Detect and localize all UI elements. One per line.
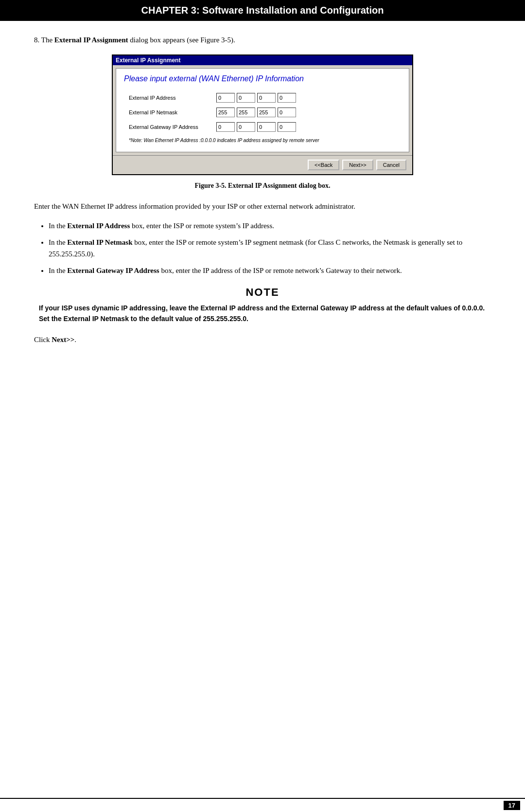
external-ip-address-row: External IP Address [129,93,396,103]
back-button[interactable]: <<Back [308,160,339,170]
dialog-titlebar: External IP Assignment [113,55,412,65]
note-section: NOTE If your ISP uses dynamic IP address… [34,286,491,325]
click-next-paragraph: Click Next>>. [34,334,491,345]
chapter-header: CHAPTER 3: Software Installation and Con… [0,0,525,21]
external-ip-octet3[interactable] [257,93,276,103]
gateway-octet4[interactable] [278,122,296,132]
dialog-fields: External IP Address External IP Netmask [124,93,401,143]
external-gateway-ip-row: External Gateway IP Address [129,122,396,132]
dialog-subtitle: Please input external (WAN Ethernet) IP … [124,74,401,83]
note-body: If your ISP uses dynamic IP addressing, … [34,303,491,325]
body-paragraph: Enter the WAN Ethernet IP address inform… [34,200,491,212]
netmask-octet2[interactable] [237,108,255,117]
figure-caption: Figure 3-5. External IP Assignment dialo… [34,182,491,190]
netmask-octet4[interactable] [278,108,296,117]
intro-prefix: 8. The [34,36,54,44]
list-item: In the External IP Address box, enter th… [49,220,491,232]
external-ip-netmask-label: External IP Netmask [129,109,216,115]
gateway-octet3[interactable] [257,122,276,132]
external-ip-address-inputs [216,93,296,103]
external-gateway-ip-label: External Gateway IP Address [129,124,216,130]
external-ip-netmask-inputs [216,108,296,117]
cancel-button[interactable]: Cancel [376,160,406,170]
netmask-octet3[interactable] [257,108,276,117]
gateway-octet1[interactable] [216,122,235,132]
intro-suffix: dialog box appears (see Figure 3-5). [128,36,235,44]
dialog-body: Please input external (WAN Ethernet) IP … [116,68,409,152]
chapter-title: CHAPTER 3: Software Installation and Con… [141,5,384,16]
bullet-list: In the External IP Address box, enter th… [49,220,491,276]
gateway-octet2[interactable] [237,122,255,132]
external-gateway-ip-inputs [216,122,296,132]
dialog-title-text: External IP Assignment [116,57,180,64]
note-title: NOTE [34,286,491,299]
intro-bold: External IP Assignment [54,36,128,44]
intro-paragraph: 8. The External IP Assignment dialog box… [34,35,491,46]
external-ip-assignment-dialog: External IP Assignment Please input exte… [112,54,413,175]
list-item: In the External IP Netmask box, enter th… [49,236,491,260]
list-item: In the External Gateway IP Address box, … [49,265,491,276]
external-ip-octet4[interactable] [278,93,296,103]
external-ip-octet1[interactable] [216,93,235,103]
next-button[interactable]: Next>> [342,160,373,170]
external-ip-octet2[interactable] [237,93,255,103]
external-ip-address-label: External IP Address [129,95,216,101]
page-footer: 17 [0,798,525,812]
page-number: 17 [504,801,520,810]
external-ip-netmask-row: External IP Netmask [129,108,396,117]
dialog-footer: <<Back Next>> Cancel [113,155,412,174]
netmask-octet1[interactable] [216,108,235,117]
dialog-note: *Note: Wan Ethernet IP Address :0.0.0.0 … [129,138,396,143]
